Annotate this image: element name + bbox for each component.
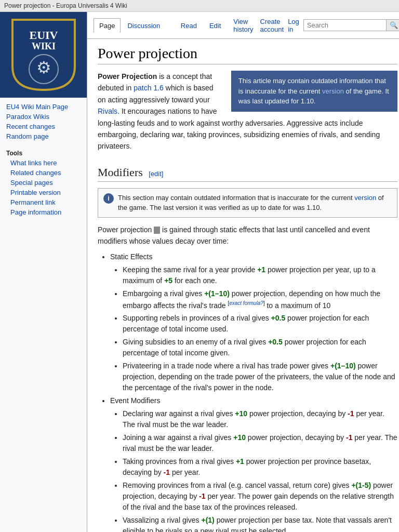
sidebar-item-printable-version[interactable]: Printable version xyxy=(0,188,87,197)
page-content: Power projection This article may contai… xyxy=(87,39,399,532)
svg-text:⚙: ⚙ xyxy=(36,58,51,77)
list-item: Privateering in a trade node where a riv… xyxy=(123,361,397,393)
list-item: Removing provinces from a rival (e.g. ca… xyxy=(123,480,397,513)
value-green: +(1–10) xyxy=(204,289,230,298)
tools-section-label: Tools xyxy=(0,145,87,158)
value-green: +(1–10) xyxy=(330,362,356,370)
outdated-inline-text: This section may contain outdated inform… xyxy=(118,193,392,213)
top-bar: Page Discussion Read Edit View history C… xyxy=(87,12,399,39)
event-modifiers-item: Event Modifiers Declaring war against a … xyxy=(110,395,397,532)
euiv-wiki-logo: EUIV WIKI ⚙ xyxy=(10,17,77,92)
modifiers-intro: Power projection is gained through stati… xyxy=(98,224,397,247)
svg-text:EUIV: EUIV xyxy=(29,29,58,42)
main-area: Page Discussion Read Edit View history C… xyxy=(87,12,399,532)
value-red: -1 xyxy=(164,468,170,476)
value-green: +0.5 xyxy=(271,314,286,322)
list-item: Joining a war against a rival gives +10 … xyxy=(123,432,397,454)
log-in-link[interactable]: Log in xyxy=(288,18,299,33)
value-green: +10 xyxy=(235,409,247,418)
rivals-link[interactable]: Rivals xyxy=(98,107,117,115)
list-item: Supporting rebels in provinces of a riva… xyxy=(123,313,397,335)
static-effects-label: Static Effects xyxy=(110,252,152,261)
event-modifiers-label: Event Modifiers xyxy=(110,396,160,405)
tab-discussion[interactable]: Discussion xyxy=(122,18,166,33)
patch-link[interactable]: patch 1.6 xyxy=(134,84,164,92)
sidebar-item-paradox-wikis[interactable]: Paradox Wikis xyxy=(0,112,87,122)
event-modifiers-list: Declaring war against a rival gives +10 … xyxy=(123,408,397,532)
search-box: 🔍 xyxy=(303,19,399,31)
value-green: +1 xyxy=(236,457,244,466)
value-green: +1 xyxy=(257,265,265,274)
value-green-2: +5 xyxy=(164,276,172,285)
list-item: Embargoing a rival gives +(1–10) power p… xyxy=(123,288,397,311)
static-effects-list: Keeping the same rival for a year provid… xyxy=(123,264,397,394)
intro-text-3: . It encourages nations to have long-las… xyxy=(98,107,380,150)
tab-page[interactable]: Page xyxy=(94,18,121,33)
value-green: +0.5 xyxy=(268,338,283,346)
value-green: +(1-5) xyxy=(351,481,371,489)
list-item: Giving subsidies to an enemy of a rival … xyxy=(123,337,397,358)
sidebar-logo: EUIV WIKI ⚙ xyxy=(0,12,87,98)
outdated-infobox: This article may contain outdated inform… xyxy=(231,71,397,112)
intro-section: This article may contain outdated inform… xyxy=(98,71,397,157)
tab-read[interactable]: Read xyxy=(175,18,203,33)
outdated-inline-notice: i This section may contain outdated info… xyxy=(98,188,397,218)
sidebar-item-main-page[interactable]: EU4 Wiki Main Page xyxy=(0,102,87,112)
tab-view-history[interactable]: View history xyxy=(228,14,259,36)
main-list: Static Effects Keeping the same rival fo… xyxy=(110,251,397,532)
list-item: Taking provinces from a rival gives +1 p… xyxy=(123,456,397,478)
page-tabs: Page Discussion Read Edit View history xyxy=(94,14,260,36)
browser-title-bar: Power projection - Europa Universalis 4 … xyxy=(0,0,399,12)
svg-text:WIKI: WIKI xyxy=(31,41,55,51)
search-button[interactable]: 🔍 xyxy=(387,19,399,31)
search-input[interactable] xyxy=(303,19,387,31)
sidebar-item-page-information[interactable]: Page information xyxy=(0,207,87,217)
outdated-box-text: This article may contain outdated inform… xyxy=(238,77,389,105)
user-links: Create account Log in xyxy=(260,18,299,33)
modifiers-title: Modifiers xyxy=(98,166,143,179)
create-account-link[interactable]: Create account xyxy=(260,18,284,33)
modifiers-intro-text: is gained through static effects that la… xyxy=(98,225,370,245)
value-red: -1 xyxy=(199,492,205,500)
sidebar-item-special-pages[interactable]: Special pages xyxy=(0,178,87,188)
sidebar-item-what-links-here[interactable]: What links here xyxy=(0,158,87,168)
top-bar-right: Create account Log in 🔍 xyxy=(260,18,399,33)
sidebar-item-random-page[interactable]: Random page xyxy=(0,131,87,141)
sidebar-item-permanent-link[interactable]: Permanent link xyxy=(0,197,87,207)
sidebar-navigation: EU4 Wiki Main Page Paradox Wikis Recent … xyxy=(0,98,87,145)
tab-edit[interactable]: Edit xyxy=(204,18,227,33)
value-red: -1 xyxy=(348,409,354,418)
outdated-box-version-link[interactable]: version xyxy=(322,87,344,95)
list-item: Keeping the same rival for a year provid… xyxy=(123,264,397,286)
list-item: Vassalizing a rival gives +(1) power pro… xyxy=(123,515,397,532)
value-green: +(1) xyxy=(201,516,214,524)
exact-formula-link[interactable]: exact formula? xyxy=(229,300,263,306)
info-icon: i xyxy=(103,193,114,204)
page-title: Power projection xyxy=(98,45,397,64)
sidebar-item-recent-changes[interactable]: Recent changes xyxy=(0,122,87,131)
static-effects-item: Static Effects Keeping the same rival fo… xyxy=(110,251,397,394)
sidebar-item-related-changes[interactable]: Related changes xyxy=(0,168,87,178)
value-green: +10 xyxy=(233,433,246,442)
modifiers-section-header: Modifiers [edit] xyxy=(98,166,397,182)
power-icon xyxy=(154,227,160,234)
outdated-inline-version-link[interactable]: version xyxy=(354,194,376,202)
browser-title: Power projection - Europa Universalis 4 … xyxy=(4,2,127,9)
list-item: Declaring war against a rival gives +10 … xyxy=(123,408,397,430)
sidebar: EUIV WIKI ⚙ EU4 Wiki Main Page Paradox W… xyxy=(0,12,87,532)
modifiers-edit-link[interactable]: [edit] xyxy=(149,170,163,178)
value-red: -1 xyxy=(346,433,352,442)
power-projection-bold: Power Projection xyxy=(98,72,157,81)
superscript: [exact formula?] xyxy=(228,300,264,306)
